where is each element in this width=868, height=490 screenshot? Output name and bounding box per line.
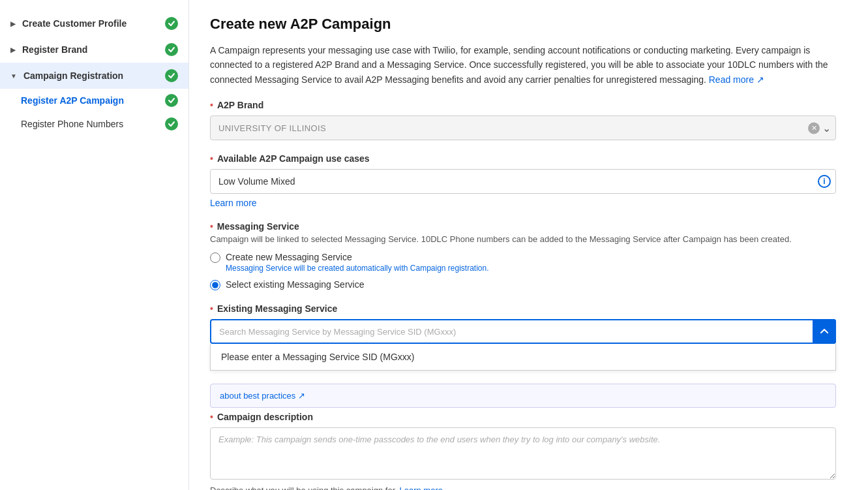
sidebar-item-label: Create Customer Profile (22, 18, 127, 29)
arrow-icon-brand: ▶ (10, 46, 16, 54)
campaign-description-textarea[interactable] (210, 427, 836, 480)
required-indicator: • (210, 221, 213, 232)
chevron-up-icon (820, 327, 829, 336)
best-practices-section: about best practices ↗ (210, 384, 836, 408)
brand-clear-button[interactable]: ✕ (808, 122, 820, 134)
radio-create-new[interactable]: Create new Messaging Service Messaging S… (210, 252, 847, 273)
sub-item-label: Register Phone Numbers (21, 119, 123, 129)
existing-service-input[interactable] (210, 319, 836, 344)
existing-service-label: • Existing Messaging Service (210, 303, 847, 314)
a2p-brand-section: • A2P Brand ✕ ⌄ (210, 100, 847, 140)
campaign-description-label: • Campaign description (210, 412, 847, 422)
check-icon-phone-numbers (165, 117, 178, 130)
messaging-service-title: • Messaging Service (210, 221, 847, 232)
radio-select-existing-input[interactable] (210, 280, 220, 290)
check-icon-campaign-registration (165, 69, 178, 82)
page-description: A Campaign represents your messaging use… (210, 43, 836, 87)
messaging-service-desc: Campaign will be linked to selected Mess… (210, 234, 810, 244)
sidebar-item-register-phone-numbers[interactable]: Register Phone Numbers (0, 112, 188, 136)
use-case-select[interactable]: Low Volume Mixed Marketing Notifications… (210, 169, 836, 194)
sidebar-item-label: Register Brand (22, 44, 87, 55)
dropdown-suggestion: Please enter a Messaging Service SID (MG… (210, 344, 836, 371)
radio-select-existing-labels: Select existing Messaging Service (226, 279, 364, 290)
arrow-icon-campaign: ▼ (10, 72, 17, 80)
use-case-learn-more-link[interactable]: Learn more (210, 198, 257, 208)
brand-select-wrapper: ✕ ⌄ (210, 115, 836, 140)
arrow-icon: ▶ (10, 20, 16, 27)
sidebar: ▶ Create Customer Profile ▶ Register Bra… (0, 0, 189, 490)
info-icon[interactable]: i (818, 175, 831, 188)
sidebar-item-campaign-registration[interactable]: ▼ Campaign Registration (0, 63, 188, 89)
use-cases-section: • Available A2P Campaign use cases Low V… (210, 153, 847, 208)
sidebar-item-register-a2p-campaign[interactable]: Register A2P Campaign (0, 89, 188, 112)
radio-select-existing-label: Select existing Messaging Service (226, 279, 364, 290)
existing-service-wrapper (210, 319, 836, 344)
main-content: Create new A2P Campaign A Campaign repre… (189, 0, 868, 490)
check-icon-register-brand (165, 43, 178, 56)
messaging-service-radio-group: Create new Messaging Service Messaging S… (210, 252, 847, 290)
brand-select-icons: ✕ ⌄ (808, 122, 831, 134)
radio-create-new-label: Create new Messaging Service (226, 252, 489, 262)
check-icon-a2p-campaign (165, 94, 178, 107)
required-indicator: • (210, 412, 213, 422)
best-practices-link[interactable]: about best practices ↗ (220, 391, 305, 401)
use-case-wrapper: Low Volume Mixed Marketing Notifications… (210, 169, 836, 194)
messaging-service-section: • Messaging Service Campaign will be lin… (210, 221, 847, 290)
radio-create-new-sublabel: Messaging Service will be created automa… (226, 264, 489, 273)
required-indicator: • (210, 100, 213, 110)
brand-chevron-icon: ⌄ (822, 122, 831, 134)
sidebar-item-label: Campaign Registration (23, 70, 123, 81)
radio-select-existing[interactable]: Select existing Messaging Service (210, 279, 847, 290)
existing-service-toggle-button[interactable] (813, 319, 836, 344)
radio-create-new-labels: Create new Messaging Service Messaging S… (226, 252, 489, 273)
sub-item-label: Register A2P Campaign (21, 95, 124, 106)
check-icon-create-customer-profile (165, 17, 178, 30)
existing-service-section: • Existing Messaging Service Please ente… (210, 303, 847, 371)
page-title: Create new A2P Campaign (210, 16, 847, 33)
campaign-description-helper: Describe what you will be using this cam… (210, 485, 847, 490)
a2p-brand-input[interactable] (210, 115, 836, 140)
campaign-description-learn-more-link[interactable]: Learn more (400, 485, 443, 490)
campaign-subitems: Register A2P Campaign Register Phone Num… (0, 89, 188, 136)
sidebar-item-create-customer-profile[interactable]: ▶ Create Customer Profile (0, 10, 188, 37)
required-indicator: • (210, 153, 213, 164)
required-indicator: • (210, 303, 213, 314)
sidebar-item-register-brand[interactable]: ▶ Register Brand (0, 37, 188, 63)
read-more-link[interactable]: Read more ↗ (709, 74, 764, 85)
use-case-icons: i (818, 175, 831, 188)
use-cases-label: • Available A2P Campaign use cases (210, 153, 847, 164)
campaign-description-section: • Campaign description Describe what you… (210, 412, 847, 490)
radio-create-new-input[interactable] (210, 253, 220, 263)
a2p-brand-label: • A2P Brand (210, 100, 847, 110)
